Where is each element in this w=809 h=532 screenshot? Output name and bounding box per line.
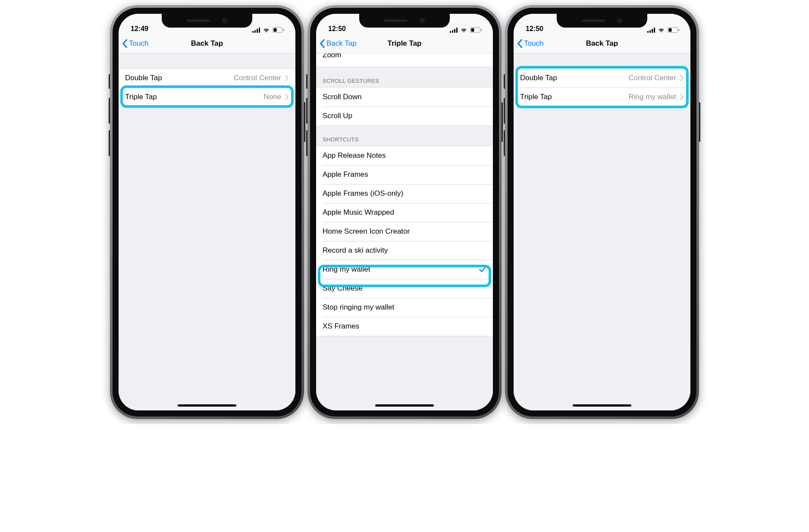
svg-rect-8 xyxy=(452,30,453,33)
cellular-icon xyxy=(647,28,655,33)
back-label: Back Tap xyxy=(326,39,357,48)
nav-bar: Touch Back Tap xyxy=(119,34,295,53)
list-item[interactable]: Stop ringing my wallet xyxy=(316,298,493,317)
svg-rect-14 xyxy=(647,31,649,33)
section-header-shortcuts: Shortcuts xyxy=(316,126,493,146)
double-tap-row[interactable]: Double Tap Control Center xyxy=(119,69,295,88)
chevron-left-icon xyxy=(319,39,326,48)
cellular-icon xyxy=(450,28,458,33)
svg-rect-15 xyxy=(649,30,651,33)
checkmark-icon xyxy=(479,266,486,273)
content[interactable]: Zoom Scroll Gestures Scroll Down Scroll … xyxy=(316,53,493,410)
list-item[interactable]: Apple Frames (iOS-only) xyxy=(316,184,493,203)
back-label: Touch xyxy=(524,39,543,48)
phone-2: 12:50 Back Tap Triple Tap Zoom Scroll Ge… xyxy=(307,5,502,419)
svg-rect-13 xyxy=(481,29,482,31)
row-label: Triple Tap xyxy=(520,93,552,101)
back-label: Touch xyxy=(129,39,148,48)
nav-bar: Back Tap Triple Tap xyxy=(316,34,493,53)
back-button[interactable]: Touch xyxy=(119,39,148,48)
svg-rect-3 xyxy=(259,28,260,33)
list-item[interactable]: Apple Music Wrapped xyxy=(316,203,493,222)
row-label: Triple Tap xyxy=(125,93,157,101)
chevron-right-icon xyxy=(680,75,684,81)
row-value: Ring my wallet xyxy=(628,93,676,101)
list-item[interactable]: Home Screen Icon Creator xyxy=(316,222,493,241)
status-time: 12:50 xyxy=(328,25,346,33)
triple-tap-row[interactable]: Triple Tap Ring my wallet xyxy=(514,88,690,106)
svg-rect-12 xyxy=(471,28,474,32)
row-value: Control Center xyxy=(233,74,281,82)
back-button[interactable]: Touch xyxy=(514,39,543,48)
row-label: Double Tap xyxy=(520,74,557,82)
phone-1: 12:49 Touch Back Tap Double Tap xyxy=(110,5,304,419)
svg-rect-6 xyxy=(283,29,284,31)
svg-rect-5 xyxy=(274,28,277,32)
home-indicator[interactable] xyxy=(178,404,236,407)
svg-rect-20 xyxy=(678,29,679,31)
section-header-scroll-gestures: Scroll Gestures xyxy=(316,67,493,87)
chevron-right-icon xyxy=(285,94,289,100)
notch xyxy=(162,14,252,28)
nav-title: Back Tap xyxy=(191,39,223,48)
wifi-icon xyxy=(263,28,270,33)
list-item[interactable]: Record a ski activity xyxy=(316,241,493,260)
home-indicator[interactable] xyxy=(375,404,434,407)
svg-rect-1 xyxy=(254,30,256,33)
triple-tap-row[interactable]: Triple Tap None xyxy=(119,88,295,106)
list-item[interactable]: XS Frames xyxy=(316,317,493,336)
cellular-icon xyxy=(252,28,260,33)
home-indicator[interactable] xyxy=(573,404,631,407)
notch xyxy=(359,14,450,28)
svg-rect-16 xyxy=(652,29,653,33)
chevron-right-icon xyxy=(285,75,289,81)
phone-3: 12:50 Touch Back Tap Double Tap xyxy=(505,5,699,419)
svg-rect-2 xyxy=(257,29,258,33)
battery-icon xyxy=(470,27,482,33)
wifi-icon xyxy=(658,28,665,33)
svg-rect-19 xyxy=(669,28,672,32)
list-item[interactable]: Scroll Down xyxy=(316,88,493,106)
chevron-left-icon xyxy=(516,39,523,48)
list-item[interactable]: App Release Notes xyxy=(316,146,493,165)
notch xyxy=(557,14,647,28)
status-time: 12:50 xyxy=(526,25,543,33)
battery-icon xyxy=(273,27,284,33)
back-button[interactable]: Back Tap xyxy=(316,39,357,48)
svg-rect-9 xyxy=(454,29,455,33)
wifi-icon xyxy=(460,28,467,33)
nav-title: Triple Tap xyxy=(387,39,421,48)
row-value: Control Center xyxy=(628,74,676,82)
svg-rect-7 xyxy=(450,31,451,33)
svg-rect-17 xyxy=(654,28,655,33)
content: Double Tap Control Center Triple Tap Rin… xyxy=(514,53,690,410)
list-item[interactable]: Scroll Up xyxy=(316,106,493,125)
nav-title: Back Tap xyxy=(586,39,618,48)
list-item[interactable]: Say Cheese xyxy=(316,279,493,298)
battery-icon xyxy=(668,27,679,33)
chevron-right-icon xyxy=(680,94,684,100)
list-item[interactable]: Apple Frames xyxy=(316,165,493,184)
nav-bar: Touch Back Tap xyxy=(514,34,690,53)
double-tap-row[interactable]: Double Tap Control Center xyxy=(514,69,690,88)
ring-my-wallet-row[interactable]: Ring my wallet xyxy=(316,260,493,279)
svg-rect-10 xyxy=(456,28,458,33)
row-label: Double Tap xyxy=(125,74,162,82)
row-value: None xyxy=(263,93,281,101)
status-time: 12:49 xyxy=(131,25,148,33)
content: Double Tap Control Center Triple Tap Non… xyxy=(119,53,295,410)
partial-row-zoom[interactable]: Zoom xyxy=(316,53,493,67)
chevron-left-icon xyxy=(121,39,128,48)
svg-rect-0 xyxy=(252,31,254,33)
